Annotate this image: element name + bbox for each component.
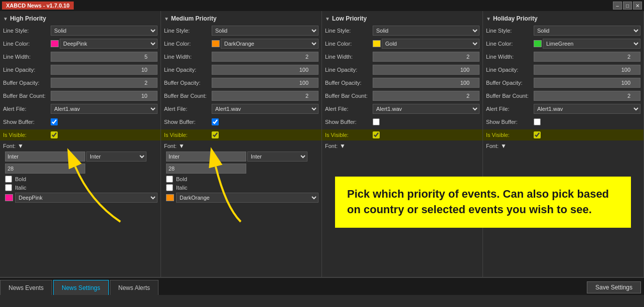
line-color-select-high[interactable]: DeepPink	[60, 39, 157, 49]
font-color-swatch-medium	[166, 194, 174, 201]
line-width-input-holiday[interactable]	[534, 52, 640, 62]
collapse-arrow-holiday[interactable]: ▼	[486, 16, 491, 22]
show-buffer-checkbox-high[interactable]	[51, 118, 58, 125]
maximize-button[interactable]: □	[623, 2, 632, 10]
buffer-bar-count-input-low[interactable]	[373, 91, 479, 101]
line-style-select-high[interactable]: SolidDashedDotted	[51, 26, 157, 36]
font-italic-label-high: Italic	[15, 185, 27, 191]
font-bold-label-medium: Bold	[176, 176, 187, 182]
show-buffer-checkbox-medium[interactable]	[212, 118, 219, 125]
tab-news-alerts[interactable]: News Alerts	[110, 280, 158, 295]
line-width-input-low[interactable]	[373, 52, 479, 62]
font-collapse-arrow-medium: ▼	[179, 142, 185, 149]
font-italic-checkbox-high[interactable]	[5, 184, 12, 191]
alert-file-row-low: Alert File: Alert1.wav	[325, 103, 479, 114]
font-italic-checkbox-medium[interactable]	[166, 184, 173, 191]
is-visible-row-medium: Is Visible:	[161, 129, 321, 140]
is-visible-label-holiday: Is Visible:	[486, 132, 534, 138]
collapse-arrow-low[interactable]: ▼	[325, 16, 330, 22]
is-visible-row-holiday: Is Visible:	[483, 129, 643, 140]
is-visible-checkbox-medium[interactable]	[212, 131, 219, 138]
font-color-swatch-high	[5, 194, 13, 201]
font-bold-checkbox-medium[interactable]	[166, 176, 173, 183]
font-name-select-medium[interactable]: Inter	[247, 151, 307, 162]
tab-news-events[interactable]: News Events	[0, 280, 52, 295]
line-style-select-holiday[interactable]: SolidDashedDotted	[534, 26, 640, 36]
font-name-row-medium: Inter	[166, 151, 318, 162]
font-name-input-high[interactable]	[5, 151, 85, 162]
line-style-select-medium[interactable]: SolidDashedDotted	[212, 26, 318, 36]
show-buffer-checkbox-low[interactable]	[373, 118, 380, 125]
collapse-arrow-high[interactable]: ▼	[3, 16, 8, 22]
font-color-select-high[interactable]: DeepPink	[15, 193, 157, 203]
alert-file-label-high: Alert File:	[3, 106, 51, 112]
minimize-button[interactable]: –	[613, 2, 622, 10]
show-buffer-row-low: Show Buffer:	[325, 116, 479, 127]
alert-file-row-medium: Alert File: Alert1.wav	[164, 103, 318, 114]
is-visible-label-high: Is Visible:	[3, 132, 51, 138]
line-color-label-medium: Line Color:	[164, 41, 212, 47]
line-opacity-input-medium[interactable]	[212, 65, 318, 75]
buffer-bar-count-input-high[interactable]	[51, 91, 157, 101]
main-wrapper: ▼ High Priority Line Style: SolidDashedD…	[0, 11, 644, 277]
line-width-input-medium[interactable]	[212, 52, 318, 62]
font-size-row-high	[5, 164, 157, 174]
line-opacity-input-low[interactable]	[373, 65, 479, 75]
show-buffer-checkbox-holiday[interactable]	[534, 118, 541, 125]
line-width-input-high[interactable]	[51, 52, 157, 62]
line-opacity-row-high: Line Opacity:	[3, 64, 157, 75]
line-style-select-low[interactable]: SolidDashedDotted	[373, 26, 479, 36]
buffer-opacity-row-holiday: Buffer Opacity:	[486, 77, 640, 88]
font-name-row-high: Inter	[5, 151, 157, 162]
font-color-row-high: DeepPink	[5, 193, 157, 203]
tab-news-settings[interactable]: News Settings	[53, 280, 109, 295]
line-width-row-medium: Line Width:	[164, 51, 318, 62]
main-content: ▼ High Priority Line Style: SolidDashedD…	[0, 11, 644, 277]
font-name-input-medium[interactable]	[166, 151, 246, 162]
save-settings-button[interactable]: Save Settings	[587, 281, 641, 293]
buffer-bar-count-label-low: Buffer Bar Count:	[325, 93, 373, 99]
font-size-input-medium[interactable]	[166, 164, 246, 174]
is-visible-checkbox-holiday[interactable]	[534, 131, 541, 138]
is-visible-checkbox-high[interactable]	[51, 131, 58, 138]
line-color-select-holiday[interactable]: LimeGreen	[543, 39, 640, 49]
close-button[interactable]: ✕	[633, 2, 642, 10]
priority-header-high: ▼ High Priority	[3, 13, 157, 25]
buffer-opacity-input-holiday[interactable]	[534, 78, 640, 88]
priority-label-low: Low Priority	[332, 15, 367, 22]
buffer-bar-count-input-medium[interactable]	[212, 91, 318, 101]
font-name-select-high[interactable]: Inter	[86, 151, 146, 162]
priority-column-low: ▼ Low Priority Line Style: SolidDashedDo…	[322, 11, 483, 277]
buffer-opacity-input-low[interactable]	[373, 78, 479, 88]
line-opacity-input-holiday[interactable]	[534, 65, 640, 75]
buffer-opacity-input-high[interactable]	[51, 78, 157, 88]
alert-file-select-holiday[interactable]: Alert1.wav	[534, 104, 640, 114]
font-label-medium: Font:	[164, 143, 177, 149]
alert-file-select-low[interactable]: Alert1.wav	[373, 104, 479, 114]
is-visible-checkbox-low[interactable]	[373, 131, 380, 138]
line-color-row-holiday: Line Color: LimeGreen	[486, 38, 640, 49]
font-header-high[interactable]: Font: ▼	[3, 142, 157, 149]
show-buffer-label-low: Show Buffer:	[325, 119, 373, 125]
font-header-medium[interactable]: Font: ▼	[164, 142, 318, 149]
line-color-select-low[interactable]: Gold	[382, 39, 479, 49]
collapse-arrow-medium[interactable]: ▼	[164, 16, 169, 22]
alert-file-select-medium[interactable]: Alert1.wav	[212, 104, 318, 114]
priority-header-medium: ▼ Medium Priority	[164, 13, 318, 25]
buffer-opacity-input-medium[interactable]	[212, 78, 318, 88]
line-opacity-input-high[interactable]	[51, 65, 157, 75]
alert-file-select-high[interactable]: Alert1.wav	[51, 104, 157, 114]
font-bold-label-high: Bold	[15, 176, 26, 182]
buffer-bar-count-input-holiday[interactable]	[534, 91, 640, 101]
callout-box: Pick which priority of events. Can also …	[335, 177, 631, 228]
font-color-select-medium[interactable]: DarkOrange	[176, 193, 318, 203]
priority-label-medium: Medium Priority	[171, 15, 217, 22]
line-opacity-label-low: Line Opacity:	[325, 67, 373, 73]
font-bold-checkbox-high[interactable]	[5, 176, 12, 183]
font-header-holiday[interactable]: Font: ▼	[486, 142, 640, 149]
font-size-input-high[interactable]	[5, 164, 85, 174]
font-header-low[interactable]: Font: ▼	[325, 142, 479, 149]
line-width-row-holiday: Line Width:	[486, 51, 640, 62]
line-color-select-medium[interactable]: DarkOrange	[221, 39, 318, 49]
font-section-low: Font: ▼	[325, 142, 479, 149]
